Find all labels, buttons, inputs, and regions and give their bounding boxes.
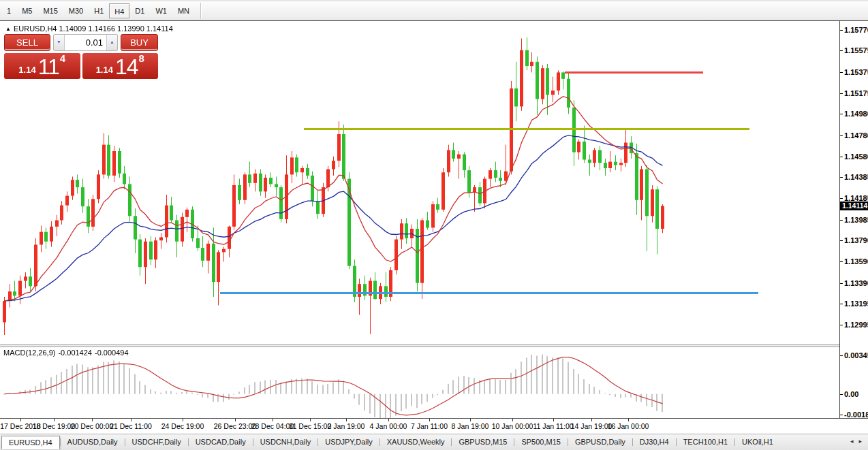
price-axis-label: 1.15375	[844, 68, 868, 76]
chart-title: ▲EURUSD,H41.140091.141661.139901.14114	[5, 25, 175, 33]
price-axis-label: 1.13790	[844, 236, 868, 244]
ohlc-close: 1.14114	[146, 25, 173, 33]
time-axis-label: 18 Dec 19:00	[33, 422, 75, 430]
price-axis-tick	[840, 261, 843, 262]
time-axis-tick	[54, 419, 55, 421]
buy-button[interactable]: BUY	[121, 34, 158, 51]
chart-window: ▲EURUSD,H41.140091.141661.139901.14114 S…	[0, 20, 868, 419]
time-axis-tick	[628, 419, 629, 421]
tab-scroll-arrows: ◂▸	[848, 438, 865, 445]
macd-axis-tick	[840, 355, 843, 356]
one-click-trading-panel: SELL ▼ ▲ BUY 1.14 11 4 1.14 14 8	[4, 34, 158, 79]
macd-value: -0.001424	[58, 349, 92, 357]
time-axis-tick	[512, 419, 513, 421]
price-axis-tick	[840, 93, 843, 94]
tab-scroll-left-icon[interactable]: ◂	[848, 438, 856, 445]
tab-gbpusd-m15[interactable]: GBPUSD,M15	[452, 436, 514, 449]
macd-name: MACD(12,26,9)	[3, 349, 55, 357]
tab-eurusd-h4[interactable]: EURUSD,H4	[1, 436, 60, 449]
price-axis-tick	[840, 240, 843, 241]
time-axis-label: 20 Dec 00:00	[71, 422, 113, 430]
tab-scroll-right-icon[interactable]: ▸	[856, 438, 865, 445]
price-axis-label: 1.13390	[844, 279, 868, 287]
price-axis-label: 1.14580	[844, 152, 868, 161]
chart-canvas[interactable]	[0, 21, 840, 418]
time-axis-label: 24 Dec 19:00	[161, 422, 204, 430]
time-axis-label: 31 Dec 15:00	[289, 422, 331, 430]
time-axis-tick	[470, 419, 471, 421]
price-axis-label: 1.15575	[844, 46, 868, 54]
sell-price-pip: 4	[60, 54, 65, 63]
timeframe-h1[interactable]: H1	[89, 3, 109, 18]
timeframe-m15[interactable]: M15	[37, 3, 63, 18]
tab-sp500-m15[interactable]: SP500,M15	[514, 436, 567, 449]
time-axis-tick	[235, 419, 236, 421]
sell-button[interactable]: SELL	[4, 34, 50, 51]
time-axis-tick	[92, 419, 93, 421]
timeframe-1[interactable]: 1	[1, 3, 16, 18]
sell-price-big: 11	[38, 58, 59, 76]
price-axis-tick	[840, 304, 843, 304]
sell-price-box[interactable]: 1.14 11 4	[4, 53, 80, 79]
price-axis-label: 1.13985	[844, 216, 868, 224]
time-axis-tick	[183, 419, 183, 421]
macd-axis-label: -0.001851	[844, 411, 868, 419]
price-axis-label: 1.14385	[844, 173, 868, 181]
price-axis-tick	[840, 325, 843, 325]
buy-price-box[interactable]: 1.14 14 8	[82, 53, 159, 79]
current-price-tag: 1.14114	[840, 202, 868, 210]
timeframe-mn[interactable]: MN	[172, 3, 195, 18]
chart-tab-bar: EURUSD,H4AUDUSD,DailyUSDCHF,DailyUSDCAD,…	[0, 434, 868, 450]
timeframe-d1[interactable]: D1	[129, 3, 150, 18]
collapse-triangle-icon[interactable]: ▲	[5, 26, 11, 32]
tab-usdchf-daily[interactable]: USDCHF,Daily	[125, 436, 188, 449]
chart-symbol: EURUSD,H4	[14, 25, 57, 33]
price-axis-tick	[840, 198, 843, 199]
timeframe-toolbar: 1M5M15M30H1H4D1W1MN	[0, 0, 868, 20]
tab-tech100-h1[interactable]: TECH100,H1	[677, 436, 734, 449]
tab-usdcad-daily[interactable]: USDCAD,Daily	[189, 436, 253, 449]
time-axis-label: 2 Jan 19:00	[328, 422, 365, 430]
timeframe-m5[interactable]: M5	[16, 3, 37, 18]
timeframe-m30[interactable]: M30	[63, 3, 89, 18]
tab-ukoil-h1[interactable]: UKOil,H1	[735, 436, 780, 449]
tab-xauusd-weekly[interactable]: XAUUSD,Weekly	[380, 436, 452, 449]
lot-decrease-icon[interactable]: ▼	[54, 35, 65, 50]
macd-label: MACD(12,26,9)-0.001424-0.000494	[3, 349, 131, 357]
price-axis-tick	[840, 157, 843, 157]
lot-size-input[interactable]	[65, 35, 106, 50]
price-axis-tick	[840, 135, 843, 136]
time-axis-label: 11 Jan 11:00	[533, 422, 573, 430]
time-axis-label: 4 Jan 00:00	[370, 422, 407, 430]
time-axis-tick	[346, 419, 347, 421]
tab-dj30-h4[interactable]: DJ30,H4	[633, 436, 676, 449]
price-axis-tick	[840, 72, 843, 73]
time-axis-label: 26 Dec 23:00	[214, 422, 256, 430]
time-axis-label: 21 Dec 11:00	[110, 422, 152, 430]
time-axis-label: 8 Jan 19:00	[452, 422, 489, 430]
buy-price-big: 14	[115, 58, 138, 76]
tab-usdjpy-daily[interactable]: USDJPY,Daily	[318, 436, 379, 449]
tab-gbpusd-daily[interactable]: GBPUSD,Daily	[568, 436, 632, 449]
ohlc-low: 1.13990	[117, 25, 144, 33]
time-axis-tick	[310, 419, 311, 421]
price-axis-tick	[840, 283, 843, 284]
price-axis-label: 1.15175	[844, 89, 868, 97]
mt4-terminal: 1M5M15M30H1H4D1W1MN ▲EURUSD,H41.140091.1…	[0, 0, 868, 450]
price-axis-label: 1.14780	[844, 131, 868, 140]
macd-signal-value: -0.000494	[95, 349, 129, 357]
timeframe-w1[interactable]: W1	[150, 3, 172, 18]
sell-price-prefix: 1.14	[18, 64, 35, 76]
timeframe-h4[interactable]: H4	[109, 3, 129, 18]
price-axis-tick	[840, 177, 843, 178]
time-axis: 17 Dec 201818 Dec 19:0020 Dec 00:0021 De…	[0, 419, 868, 434]
time-axis-tick	[273, 419, 273, 421]
tab-usdcnh-daily[interactable]: USDCNH,Daily	[253, 436, 318, 449]
price-axis-label: 1.15770	[844, 26, 868, 34]
lot-increase-icon[interactable]: ▲	[106, 35, 117, 50]
time-axis-tick	[388, 419, 389, 421]
price-axis-tick	[840, 30, 843, 31]
tab-audusd-daily[interactable]: AUDUSD,Daily	[61, 436, 125, 449]
time-axis-tick	[429, 419, 430, 421]
buy-price-pip: 8	[139, 54, 144, 63]
